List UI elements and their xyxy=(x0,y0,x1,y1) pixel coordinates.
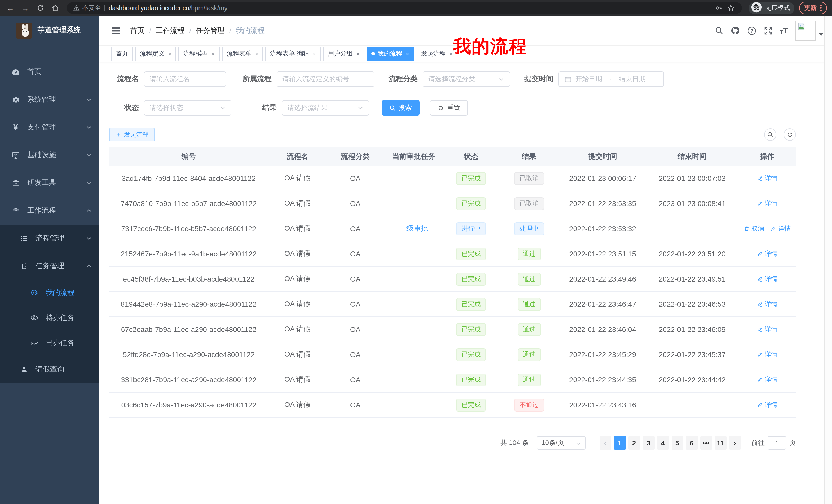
security-warning-icon[interactable]: 不安全 xyxy=(73,4,101,12)
submit-time-range-input[interactable]: 开始日期 - 结束日期 xyxy=(558,72,664,87)
tab-home[interactable]: 首页 xyxy=(111,47,133,61)
detail-action[interactable]: 详情 xyxy=(757,400,778,409)
detail-action[interactable]: 详情 xyxy=(757,199,778,208)
next-page-button[interactable]: › xyxy=(729,436,741,450)
home-icon[interactable] xyxy=(50,3,60,13)
process-def-input[interactable]: 请输入流程定义的编号 xyxy=(277,72,374,87)
goto-page-input[interactable]: 1 xyxy=(768,436,786,450)
header-search-icon[interactable] xyxy=(714,26,724,35)
breadcrumb-item[interactable]: 任务管理 xyxy=(196,26,225,35)
reset-button[interactable]: 重置 xyxy=(430,100,468,116)
browser-update-button[interactable]: 更新 xyxy=(799,2,827,15)
sidebar-item-todo-tasks[interactable]: 待办任务 xyxy=(0,305,99,330)
sidebar-item-workflow[interactable]: 工作流程 xyxy=(0,197,99,225)
address-bar[interactable]: 不安全 dashboard.yudao.iocoder.cn/bpm/task/… xyxy=(67,2,742,14)
detail-action[interactable]: 详情 xyxy=(757,300,778,309)
detail-action[interactable]: 详情 xyxy=(770,224,791,233)
browser-menu-icon[interactable] xyxy=(820,5,822,11)
password-key-icon[interactable] xyxy=(715,4,724,12)
category-select[interactable]: 请选择流程分类 xyxy=(423,72,510,87)
tab-start-process[interactable]: 发起流程× xyxy=(416,47,457,61)
page-size-select[interactable]: 10条/页 xyxy=(537,436,586,450)
cell-process-id: 2152467e-7b9b-11ec-9a1b-acde48001122 xyxy=(109,250,268,258)
close-icon[interactable]: × xyxy=(255,51,258,57)
page-button-6[interactable]: 6 xyxy=(686,436,698,450)
detail-action[interactable]: 详情 xyxy=(757,275,778,283)
tab-my-process[interactable]: 我的流程× xyxy=(367,47,414,61)
github-icon[interactable] xyxy=(731,26,740,35)
create-process-button[interactable]: ＋ 发起流程 xyxy=(109,128,155,141)
sidebar-item-infra[interactable]: 基础设施 xyxy=(0,141,99,169)
sidebar-item-payment[interactable]: ¥支付管理 xyxy=(0,114,99,141)
back-icon[interactable]: ← xyxy=(5,3,16,13)
refresh-table-button[interactable] xyxy=(784,129,796,141)
close-icon[interactable]: × xyxy=(168,51,172,57)
breadcrumb-item[interactable]: 工作流程 xyxy=(156,26,185,35)
tab-label: 流程表单 xyxy=(227,49,252,58)
search-button[interactable]: 搜索 xyxy=(382,100,420,116)
sidebar-item-system[interactable]: 系统管理 xyxy=(0,86,99,114)
cancel-action[interactable]: 取消 xyxy=(744,224,764,233)
detail-action[interactable]: 详情 xyxy=(757,350,778,359)
page-button-2[interactable]: 2 xyxy=(628,436,640,450)
sidebar-item-leave-query[interactable]: 请假查询 xyxy=(0,356,99,383)
toolbox-icon xyxy=(11,178,20,187)
toggle-search-button[interactable] xyxy=(764,129,777,141)
prev-page-button[interactable]: ‹ xyxy=(599,436,611,450)
close-icon[interactable]: × xyxy=(449,51,452,57)
fullscreen-icon[interactable] xyxy=(763,26,773,35)
tab-process-definition[interactable]: 流程定义× xyxy=(135,47,176,61)
browser-scrollbar[interactable] xyxy=(824,16,832,504)
cell-end-time: 2022-01-22 23:49:51 xyxy=(646,275,738,283)
cell-actions: 详情 xyxy=(738,375,796,384)
detail-action[interactable]: 详情 xyxy=(757,249,778,258)
page-button-5[interactable]: 5 xyxy=(671,436,683,450)
font-size-icon[interactable]: TT xyxy=(780,26,788,35)
help-icon[interactable]: ? xyxy=(747,26,756,35)
close-icon[interactable]: × xyxy=(212,51,215,57)
sidebar-item-label: 研发工具 xyxy=(27,178,86,188)
close-icon[interactable]: × xyxy=(356,51,360,57)
result-select[interactable]: 请选择流结果 xyxy=(282,100,369,116)
task-link[interactable]: 一级审批 xyxy=(399,224,428,232)
forward-icon[interactable]: → xyxy=(20,3,30,13)
cell-result: 通过 xyxy=(499,323,560,336)
table-row: 2152467e-7b9b-11ec-9a1b-acde48001122OA 请… xyxy=(109,242,796,267)
cell-category: OA xyxy=(327,325,384,333)
close-icon[interactable]: × xyxy=(406,51,409,57)
page-button-1[interactable]: 1 xyxy=(614,436,626,450)
hamburger-icon[interactable] xyxy=(111,25,121,36)
detail-action[interactable]: 详情 xyxy=(757,325,778,334)
sidebar-item-devtools[interactable]: 研发工具 xyxy=(0,169,99,197)
breadcrumb-item[interactable]: 首页 xyxy=(130,26,145,35)
sidebar-item-label: 首页 xyxy=(27,67,92,77)
result-badge: 通过 xyxy=(518,348,541,361)
more-pages-button[interactable]: ••• xyxy=(700,436,712,450)
sidebar-item-process-mgmt[interactable]: 流程管理 xyxy=(0,225,99,252)
page-button-4[interactable]: 4 xyxy=(657,436,669,450)
app-logo[interactable]: 芋道管理系统 xyxy=(0,16,99,45)
cell-category: OA xyxy=(327,375,384,384)
tab-process-model[interactable]: 流程模型× xyxy=(179,47,219,61)
user-menu[interactable] xyxy=(796,21,824,40)
page-button-11[interactable]: 11 xyxy=(714,436,726,450)
sidebar-item-task-mgmt[interactable]: 任务管理 xyxy=(0,252,99,280)
sidebar-item-home[interactable]: 首页 xyxy=(0,58,99,86)
reload-icon[interactable] xyxy=(35,3,45,13)
detail-action[interactable]: 详情 xyxy=(757,174,778,183)
detail-action[interactable]: 详情 xyxy=(757,375,778,384)
cell-category: OA xyxy=(327,351,384,359)
status-select[interactable]: 请选择状态 xyxy=(144,100,231,116)
process-name-input[interactable]: 请输入流程名 xyxy=(144,72,226,87)
cell-submit-time: 2022-01-22 23:46:47 xyxy=(560,300,646,308)
bookmark-star-icon[interactable] xyxy=(727,4,736,12)
close-icon[interactable]: × xyxy=(313,51,316,57)
tab-process-form-edit[interactable]: 流程表单-编辑× xyxy=(266,47,321,61)
cell-process-id: 03c6c157-7b9a-11ec-a290-acde48001122 xyxy=(109,401,268,409)
tab-process-form[interactable]: 流程表单× xyxy=(222,47,263,61)
sidebar-item-my-process[interactable]: 我的流程 xyxy=(0,280,99,305)
screen: ← → 不安全 dashboard.yudao.iocoder.cn/bpm/t… xyxy=(0,0,832,504)
tab-user-group[interactable]: 用户分组× xyxy=(323,47,364,61)
page-button-3[interactable]: 3 xyxy=(643,436,654,450)
sidebar-item-done-tasks[interactable]: 已办任务 xyxy=(0,330,99,356)
